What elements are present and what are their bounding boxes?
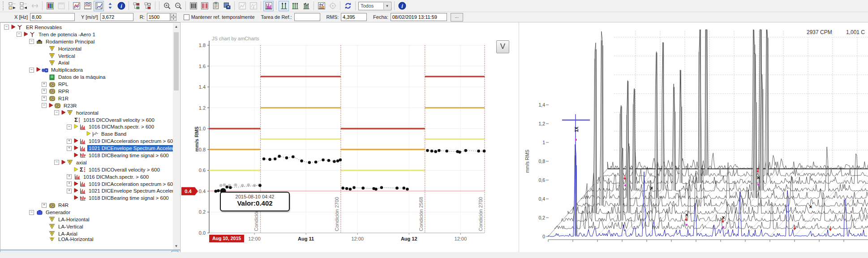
expand-icon[interactable]: + xyxy=(67,181,72,186)
tree-item-1019-dicacceleration-spectrum-600[interactable]: +1019 DICAcceleration spectrum > 600 xyxy=(0,138,173,145)
trend-chart[interactable]: 0.00.20.40.60.81.01.21.41.61.8mm/s RMSJS… xyxy=(180,22,519,252)
sort-button[interactable] xyxy=(105,1,115,11)
tree-scrollbar[interactable]: ▲ ▼ xyxy=(173,23,180,249)
date-input[interactable] xyxy=(391,13,447,21)
expand-icon[interactable]: + xyxy=(67,139,72,144)
tree-item-1018-dicbearing-time-signal-600[interactable]: 1018 DICBearing time signal > 600 xyxy=(0,194,173,202)
tree-item-label[interactable]: LOA-Horizontal xyxy=(57,237,95,241)
multi-chart-button[interactable] xyxy=(82,1,93,11)
r-spinner[interactable]: ▲▼ xyxy=(171,13,176,21)
spectrum-view-button[interactable] xyxy=(263,1,274,11)
tree-item-label[interactable]: LA-Vertical xyxy=(57,224,84,229)
expand-icon[interactable]: + xyxy=(42,89,47,94)
data-table-button[interactable] xyxy=(45,1,55,11)
tree-item-1021-dicenvelope-spectrum-acceleration[interactable]: +1021 DICEnvelope Spectrum Acceleration xyxy=(0,187,173,194)
tree-item-label[interactable]: LA-Horizontal xyxy=(57,217,90,222)
reference-tree-alt-button[interactable] xyxy=(142,1,153,11)
tree-item-vertical[interactable]: Vertical xyxy=(0,52,173,60)
tree-item-label[interactable]: R4R xyxy=(57,202,69,208)
collapse-icon[interactable]: − xyxy=(17,32,21,37)
tree-item-rpr[interactable]: +RPR xyxy=(0,88,173,95)
tree-item-label[interactable]: RPL xyxy=(57,82,69,87)
r-input[interactable] xyxy=(147,13,170,21)
toolbar-grip[interactable] xyxy=(3,1,5,10)
expand-icon[interactable]: + xyxy=(42,203,47,208)
tree-item-generador[interactable]: −Generador xyxy=(0,209,173,216)
tree-item-label[interactable]: 1016 DICMach.spectr. > 600 xyxy=(88,124,155,129)
reference-tree-button[interactable] xyxy=(131,1,142,11)
expand-icon[interactable]: + xyxy=(42,82,47,87)
spin-up-icon[interactable]: ▲ xyxy=(171,13,176,17)
tree-item-axial[interactable]: Axial xyxy=(0,59,173,66)
tree-item-label[interactable]: LA-Axial xyxy=(57,231,78,236)
collapse-icon[interactable]: − xyxy=(29,68,34,73)
tree-item-label[interactable]: Generador xyxy=(45,210,71,215)
tree-item-label[interactable]: Base Band xyxy=(100,131,127,137)
zoom-out-button[interactable] xyxy=(173,1,183,11)
tree-item-1015-dicoverall-velocity-600[interactable]: Σ1015 DICOverall velocity > 600 xyxy=(0,166,173,173)
tree-item-la-axial[interactable]: LA-Axial xyxy=(0,230,173,237)
tree-item-label[interactable]: 1016 DICMach.spectr. > 600 xyxy=(82,174,150,180)
tree-item-label[interactable]: 1021 DICEnvelope Spectrum Acceleration xyxy=(88,188,173,194)
clipboard-button[interactable] xyxy=(211,1,221,11)
harmonics-2-button[interactable] xyxy=(290,1,300,11)
keep-ref-checkbox[interactable] xyxy=(184,14,189,20)
tree-item-label[interactable]: R23R xyxy=(63,103,77,108)
tree-item-base-band[interactable]: Base Band xyxy=(0,130,173,138)
expand-node-button[interactable] xyxy=(7,1,17,11)
tree-item-label[interactable]: Axial xyxy=(57,60,70,65)
trend-chart-button[interactable] xyxy=(94,1,104,11)
info-button[interactable]: i xyxy=(116,1,126,11)
tree-item-label[interactable]: horizontal xyxy=(75,110,99,116)
date-picker-button[interactable]: ... xyxy=(451,13,463,22)
tree-item-label[interactable]: 1018 DICBearing time signal > 600 xyxy=(88,153,170,158)
collapse-icon[interactable]: − xyxy=(67,125,72,129)
tree-item-label[interactable]: R1R xyxy=(57,96,69,101)
tree-item-label[interactable]: ER Renovables xyxy=(25,25,63,30)
scroll-up-icon[interactable]: ▲ xyxy=(173,23,180,30)
ref-task-input[interactable] xyxy=(294,13,320,21)
waterfall-chart[interactable]: 00,20,40,60,811,21,4mm/s RMS1X×××××2937 … xyxy=(519,22,868,252)
tree-item-1019-dicacceleration-spectrum-600[interactable]: +1019 DICAcceleration spectrum > 600 xyxy=(0,181,173,188)
collapse-node-button[interactable] xyxy=(18,1,29,11)
harmonics-1-button[interactable] xyxy=(279,1,289,11)
rms-input[interactable] xyxy=(341,13,367,21)
table-button[interactable] xyxy=(188,1,198,11)
scrollbar-thumb[interactable] xyxy=(174,32,179,90)
info-2-button[interactable]: i xyxy=(397,1,407,11)
tree-item-horizontal[interactable]: −horizontal xyxy=(0,109,173,116)
tree-item-1015-dicoverall-velocity-600[interactable]: Σ1015 DICOverall velocity > 600 xyxy=(0,116,173,124)
refresh-button[interactable] xyxy=(343,1,353,11)
tree-item-label[interactable]: 1018 DICBearing time signal > 600 xyxy=(88,195,170,201)
tree-item-label[interactable]: Vertical xyxy=(57,53,76,59)
tree-item-horizontal[interactable]: Horizontal xyxy=(0,45,173,52)
tree-item-label[interactable]: 1019 DICAcceleration spectrum > 600 xyxy=(88,181,173,187)
expand-icon[interactable]: + xyxy=(67,189,72,194)
tree-item-label[interactable]: 1015 DICOverall velocity > 600 xyxy=(82,117,155,123)
tree-item-multiplicadora[interactable]: −Multiplicadora xyxy=(0,66,173,73)
dropdown-arrow-icon[interactable]: ▼ xyxy=(383,3,391,9)
tree-item-label[interactable]: Horizontal xyxy=(57,46,82,52)
tree-item-loa-horizontal[interactable]: LOA-Horizontal xyxy=(0,237,173,241)
zoom-in-button[interactable] xyxy=(162,1,172,11)
tree-item-label[interactable]: 1015 DICOverall velocity > 600 xyxy=(88,167,161,172)
collapse-icon[interactable]: − xyxy=(29,39,34,44)
tree-item-datos-de-la-m-quina[interactable]: Datos de la máquina xyxy=(0,73,173,81)
collapse-icon[interactable]: − xyxy=(42,103,47,108)
tree-item-r4r[interactable]: +R4R xyxy=(0,202,173,209)
spin-down-icon[interactable]: ▼ xyxy=(171,17,176,21)
tree-item-r23r[interactable]: −R23R xyxy=(0,102,173,109)
tree-item-la-horizontal[interactable]: LA-Horizontal xyxy=(0,216,173,223)
filter-dropdown[interactable]: Todos▼ xyxy=(358,2,391,10)
tree-item-rpl[interactable]: +RPL xyxy=(0,81,173,88)
tree-item-r1r[interactable]: +R1R xyxy=(0,95,173,102)
collapse-icon[interactable]: − xyxy=(54,110,59,115)
tree-item-rodamiento-principal[interactable]: −Rodamiento Principal xyxy=(0,38,173,45)
report-table-button[interactable] xyxy=(199,1,210,11)
expand-icon[interactable]: + xyxy=(42,96,47,101)
spectrum-color-button[interactable] xyxy=(316,1,327,11)
tree-item-label[interactable]: 1019 DICAcceleration spectrum > 600 xyxy=(88,138,173,144)
tree-item-axial[interactable]: −axial xyxy=(0,159,173,166)
harmonics-3-button[interactable] xyxy=(301,1,311,11)
export-save-button[interactable] xyxy=(222,1,232,11)
